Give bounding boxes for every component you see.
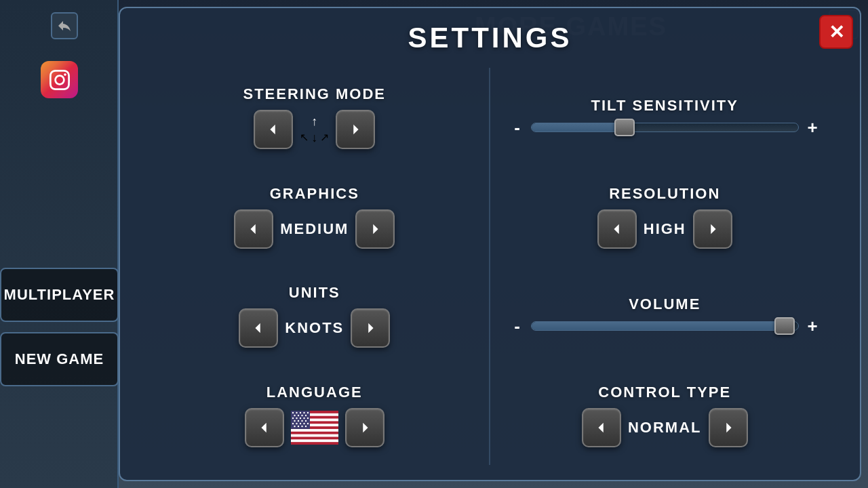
units-label: UNITS <box>289 284 340 302</box>
svg-rect-15 <box>291 439 338 442</box>
svg-point-17 <box>292 412 294 413</box>
settings-grid: STEERING MODE ↑ ↖ ↓ ↗ <box>140 68 840 465</box>
resolution-prev-button[interactable] <box>597 209 637 249</box>
steering-mode-label: STEERING MODE <box>243 85 386 103</box>
svg-marker-6 <box>256 323 260 333</box>
steering-up-arrow: ↑ <box>311 115 317 129</box>
svg-point-19 <box>300 412 301 413</box>
svg-point-37 <box>300 423 301 424</box>
steering-mode-cell: STEERING MODE ↑ ↖ ↓ ↗ <box>140 68 490 167</box>
resolution-next-button[interactable] <box>693 209 732 249</box>
svg-rect-13 <box>291 429 338 432</box>
svg-point-26 <box>292 418 294 419</box>
control-type-cell: CONTROL TYPE NORMAL <box>490 366 840 466</box>
svg-point-22 <box>294 415 295 416</box>
svg-marker-5 <box>711 224 715 234</box>
language-next-button[interactable] <box>345 408 384 447</box>
volume-slider-container: - + <box>504 316 827 337</box>
resolution-cell: RESOLUTION HIGH <box>490 167 840 267</box>
tilt-slider-track[interactable] <box>531 123 800 132</box>
resolution-controls: HIGH <box>597 209 732 249</box>
tilt-plus-button[interactable]: + <box>806 117 819 138</box>
svg-rect-14 <box>291 434 338 436</box>
exit-icon[interactable] <box>51 12 78 39</box>
volume-slider-fill <box>532 322 785 330</box>
language-prev-button[interactable] <box>245 408 284 447</box>
language-cell: LANGUAGE <box>140 366 490 466</box>
multiplayer-button[interactable]: MULTIPLAYER <box>0 268 119 322</box>
volume-slider-track[interactable] <box>531 321 800 331</box>
tilt-slider-fill <box>532 123 625 131</box>
svg-point-28 <box>300 418 301 419</box>
graphics-cell: GRAPHICS MEDIUM <box>140 167 490 267</box>
volume-slider-thumb[interactable] <box>774 317 795 335</box>
control-type-controls: NORMAL <box>582 408 748 447</box>
svg-point-18 <box>296 412 297 413</box>
svg-point-39 <box>307 423 309 424</box>
tilt-minus-button[interactable]: - <box>511 117 524 138</box>
steering-upright-arrow: ↗ <box>320 131 329 145</box>
svg-point-31 <box>294 420 295 422</box>
modal-title: SETTINGS <box>140 22 840 54</box>
steering-down-arrow: ↓ <box>311 131 317 145</box>
svg-point-30 <box>307 418 309 419</box>
svg-point-32 <box>298 420 299 422</box>
svg-point-40 <box>294 426 295 427</box>
control-type-value: NORMAL <box>628 419 702 436</box>
instagram-icon[interactable] <box>41 61 78 98</box>
svg-marker-0 <box>271 125 275 135</box>
volume-minus-button[interactable]: - <box>511 316 524 337</box>
volume-label: VOLUME <box>629 296 701 313</box>
steering-mode-display: ↑ ↖ ↓ ↗ <box>300 115 329 145</box>
units-next-button[interactable] <box>351 308 390 348</box>
settings-modal: SETTINGS ✕ STEERING MODE ↑ ↖ ↓ ↗ <box>119 7 861 481</box>
close-button[interactable]: ✕ <box>819 15 853 49</box>
svg-marker-2 <box>251 224 256 234</box>
resolution-label: RESOLUTION <box>609 185 720 203</box>
svg-marker-46 <box>726 422 731 432</box>
svg-marker-4 <box>614 224 618 234</box>
volume-cell: VOLUME - + <box>490 266 840 366</box>
tilt-sensitivity-cell: TILT SENSITIVITY - + <box>490 68 840 167</box>
graphics-controls: MEDIUM <box>234 209 395 249</box>
volume-plus-button[interactable]: + <box>806 316 819 337</box>
svg-point-35 <box>292 423 294 424</box>
svg-point-36 <box>296 423 297 424</box>
svg-marker-1 <box>354 125 359 135</box>
svg-point-34 <box>305 420 307 422</box>
graphics-prev-button[interactable] <box>234 209 273 249</box>
control-type-prev-button[interactable] <box>582 408 621 447</box>
units-value: KNOTS <box>285 319 344 337</box>
svg-point-43 <box>305 426 307 427</box>
sidebar: MULTIPLAYER NEW GAME <box>0 0 119 488</box>
units-cell: UNITS KNOTS <box>140 266 490 366</box>
svg-point-38 <box>303 423 304 424</box>
steering-mode-prev-button[interactable] <box>254 110 293 149</box>
svg-point-29 <box>303 418 304 419</box>
tilt-slider-thumb[interactable] <box>614 119 635 136</box>
units-prev-button[interactable] <box>239 308 278 348</box>
steering-mode-controls: ↑ ↖ ↓ ↗ <box>254 110 375 149</box>
graphics-next-button[interactable] <box>355 209 395 249</box>
svg-point-21 <box>307 412 309 413</box>
svg-marker-45 <box>598 422 603 432</box>
control-type-label: CONTROL TYPE <box>598 384 731 401</box>
tilt-slider-container: - + <box>504 117 827 138</box>
graphics-value: MEDIUM <box>280 220 349 238</box>
svg-point-24 <box>301 415 302 416</box>
steering-mode-next-button[interactable] <box>336 110 375 149</box>
units-controls: KNOTS <box>239 308 390 348</box>
steering-upleft-arrow: ↖ <box>300 131 309 145</box>
language-controls <box>245 408 384 447</box>
svg-point-23 <box>298 415 299 416</box>
svg-marker-8 <box>261 422 266 432</box>
control-type-next-button[interactable] <box>709 408 748 447</box>
new-game-button[interactable]: NEW GAME <box>0 332 119 386</box>
resolution-value: HIGH <box>644 220 686 238</box>
svg-marker-44 <box>363 422 368 432</box>
svg-point-33 <box>301 420 302 422</box>
svg-point-20 <box>303 412 304 413</box>
language-label: LANGUAGE <box>267 384 363 401</box>
svg-marker-3 <box>374 224 378 234</box>
svg-point-42 <box>301 426 302 427</box>
